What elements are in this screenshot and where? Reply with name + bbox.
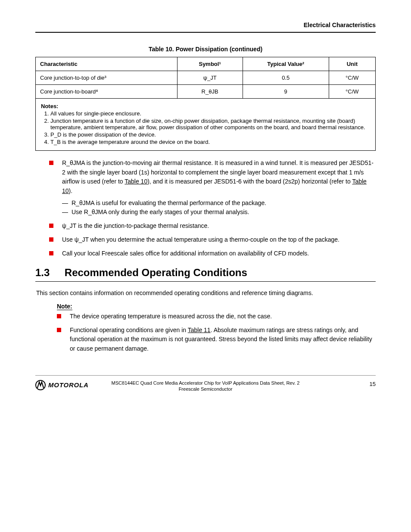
page-number: 15	[370, 381, 376, 387]
sub-bullet-item: R_θJMA is useful for evaluating the ther…	[62, 199, 376, 208]
xref-table[interactable]: Table 10	[125, 178, 147, 185]
bullet-cfd: Call your local Freescale sales office f…	[49, 249, 376, 258]
header-rule	[35, 32, 376, 33]
cell-char: Core junction-to-top of die³	[36, 71, 177, 85]
table-notes-row: Notes: All values for single-piece enclo…	[36, 99, 376, 151]
note-bullet-list: The device operating temperature is meas…	[57, 312, 376, 354]
body-paragraph: This section contains information on rec…	[36, 289, 376, 298]
footer-line2: Freescale Semiconductor	[35, 386, 376, 392]
bullet-list-1: R_θJMA is the junction-to-moving air the…	[49, 159, 376, 258]
cell-unit: °C/W	[329, 85, 375, 99]
cell-unit: °C/W	[329, 71, 375, 85]
bullet-rthjma: R_θJMA is the junction-to-moving air the…	[49, 159, 376, 217]
cell-symbol: ψ_JT	[177, 71, 243, 85]
note-item: Junction temperature is a function of di…	[50, 118, 370, 131]
table-notes-cell: Notes: All values for single-piece enclo…	[36, 99, 376, 151]
notes-title: Notes:	[41, 103, 58, 109]
cell-value: 9	[243, 85, 329, 99]
cell-symbol: R_θJB	[177, 85, 243, 99]
header-section-title: Electrical Characteristics	[35, 22, 376, 28]
footer-rule	[35, 375, 376, 376]
sub-bullet-item: Use R_θJMA only during the early stages …	[62, 208, 376, 217]
note-item: All values for single-piece enclosure.	[50, 110, 370, 117]
table-row: Core junction-to-board⁴ R_θJB 9 °C/W	[36, 85, 376, 99]
cell-char: Core junction-to-board⁴	[36, 85, 177, 99]
note-label: Note:	[57, 303, 72, 310]
table-row: Core junction-to-top of die³ ψ_JT 0.5 °C…	[36, 71, 376, 85]
table-caption: Table 10. Power Dissipation (continued)	[35, 46, 376, 53]
note-text-part: Functional operating conditions are give…	[70, 327, 188, 333]
spec-table: Characteristic Symbol¹ Typical Value² Un…	[35, 57, 376, 151]
notes-list: All values for single-piece enclosure. J…	[50, 110, 370, 145]
bullet-psijt-use: Use ψ_JT when you determine the actual t…	[49, 235, 376, 245]
note-item: T_B is the average temperature around th…	[50, 139, 370, 145]
bullet-psijt: ψ_JT is the die junction-to-package ther…	[49, 221, 376, 231]
page-footer: MOTOROLA MSC8144EC Quad Core Media Accel…	[0, 375, 411, 413]
cell-value: 0.5	[243, 71, 329, 85]
th-unit: Unit	[329, 57, 375, 71]
bullet-text-part: ).	[69, 187, 73, 194]
section-number: 1.3	[35, 267, 50, 278]
note-block: Note: The device operating temperature i…	[57, 302, 376, 354]
section-title: Recommended Operating Conditions	[65, 267, 247, 278]
footer-line1: MSC8144EC Quad Core Media Accelerator Ch…	[35, 380, 376, 386]
footer-center-text: MSC8144EC Quad Core Media Accelerator Ch…	[35, 380, 376, 392]
th-characteristic: Characteristic	[36, 57, 177, 71]
sub-bullet-list: R_θJMA is useful for evaluating the ther…	[62, 199, 376, 217]
bullet-text-part: ), and it is measured per JESD51-6 with …	[147, 178, 352, 185]
table-header-row: Characteristic Symbol¹ Typical Value² Un…	[36, 57, 376, 71]
note-item: P_D is the power dissipation of the devi…	[50, 131, 370, 138]
note-bullet-item: The device operating temperature is meas…	[57, 312, 376, 321]
note-bullet-item: Functional operating conditions are give…	[57, 326, 376, 354]
th-typical: Typical Value²	[243, 57, 329, 71]
section-heading: 1.3 Recommended Operating Conditions	[35, 267, 376, 282]
th-symbol: Symbol¹	[177, 57, 243, 71]
xref-table[interactable]: Table 11	[188, 327, 211, 333]
